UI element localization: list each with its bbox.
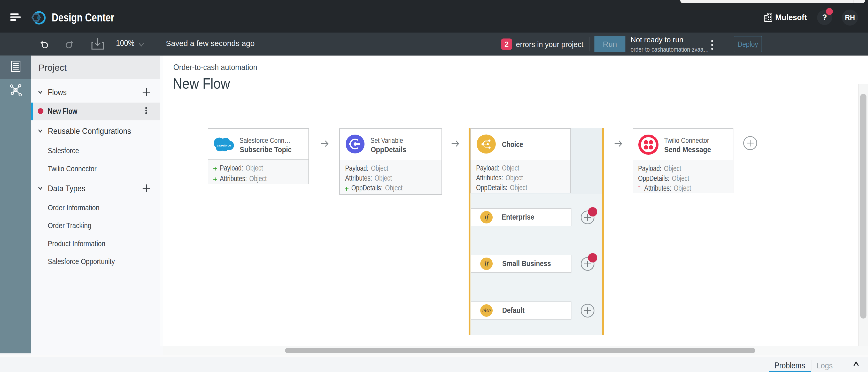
svg-text:salesforce: salesforce bbox=[217, 144, 231, 147]
